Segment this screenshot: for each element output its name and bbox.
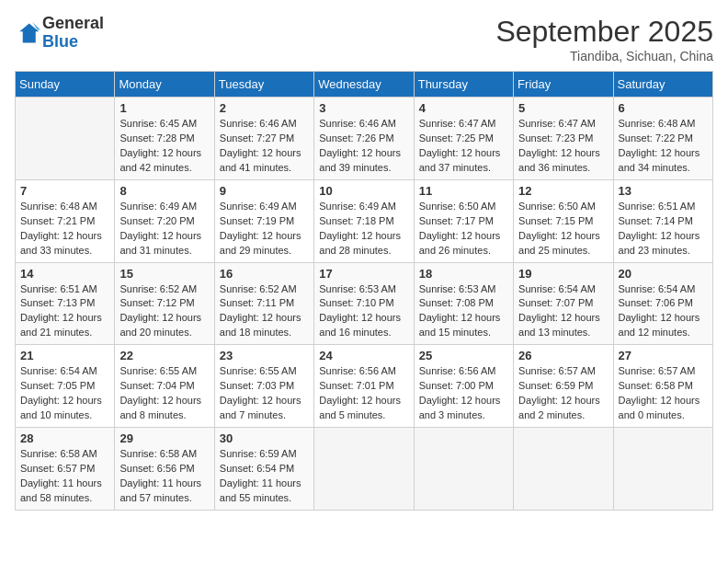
day-number: 24 <box>319 349 408 362</box>
title-block: September 2025 Tiandiba, Sichuan, China <box>495 15 713 63</box>
day-info: Sunrise: 6:52 AMSunset: 7:11 PMDaylight:… <box>220 282 309 341</box>
calendar-cell: 16Sunrise: 6:52 AMSunset: 7:11 PMDayligh… <box>214 262 313 345</box>
day-info: Sunrise: 6:45 AMSunset: 7:28 PMDaylight:… <box>119 117 209 176</box>
calendar-body: 1Sunrise: 6:45 AMSunset: 7:28 PMDaylight… <box>16 98 713 511</box>
calendar-cell: 4Sunrise: 6:47 AMSunset: 7:25 PMDaylight… <box>414 98 513 180</box>
day-info: Sunrise: 6:48 AMSunset: 7:22 PMDaylight:… <box>619 117 708 176</box>
calendar-cell: 9Sunrise: 6:49 AMSunset: 7:19 PMDaylight… <box>214 179 313 262</box>
calendar-cell: 15Sunrise: 6:52 AMSunset: 7:12 PMDayligh… <box>115 262 214 345</box>
week-row-1: 7Sunrise: 6:48 AMSunset: 7:21 PMDaylight… <box>16 179 713 262</box>
day-number: 7 <box>20 184 109 198</box>
weekday-header-saturday: Saturday <box>613 72 712 98</box>
calendar-cell: 1Sunrise: 6:45 AMSunset: 7:28 PMDaylight… <box>115 98 214 180</box>
day-info: Sunrise: 6:49 AMSunset: 7:19 PMDaylight:… <box>220 200 309 259</box>
day-info: Sunrise: 6:57 AMSunset: 6:58 PMDaylight:… <box>619 364 708 423</box>
calendar-cell: 10Sunrise: 6:49 AMSunset: 7:18 PMDayligh… <box>314 179 414 262</box>
calendar-cell: 17Sunrise: 6:53 AMSunset: 7:10 PMDayligh… <box>314 262 414 345</box>
calendar-cell: 19Sunrise: 6:54 AMSunset: 7:07 PMDayligh… <box>514 262 613 345</box>
day-number: 6 <box>619 101 708 115</box>
calendar-cell <box>514 428 613 511</box>
day-info: Sunrise: 6:46 AMSunset: 7:26 PMDaylight:… <box>319 117 408 176</box>
weekday-header-sunday: Sunday <box>16 72 115 98</box>
day-info: Sunrise: 6:56 AMSunset: 7:01 PMDaylight:… <box>319 364 408 423</box>
weekday-header-wednesday: Wednesday <box>314 72 414 98</box>
calendar-cell: 7Sunrise: 6:48 AMSunset: 7:21 PMDaylight… <box>16 179 115 262</box>
day-info: Sunrise: 6:53 AMSunset: 7:08 PMDaylight:… <box>419 282 508 341</box>
day-info: Sunrise: 6:58 AMSunset: 6:57 PMDaylight:… <box>20 447 109 506</box>
calendar-cell: 18Sunrise: 6:53 AMSunset: 7:08 PMDayligh… <box>414 262 513 345</box>
day-info: Sunrise: 6:47 AMSunset: 7:25 PMDaylight:… <box>419 117 508 176</box>
weekday-header-row: SundayMondayTuesdayWednesdayThursdayFrid… <box>16 72 713 98</box>
week-row-2: 14Sunrise: 6:51 AMSunset: 7:13 PMDayligh… <box>16 262 713 345</box>
day-info: Sunrise: 6:46 AMSunset: 7:27 PMDaylight:… <box>220 117 309 176</box>
day-number: 15 <box>119 267 209 281</box>
day-number: 27 <box>619 349 708 362</box>
day-number: 4 <box>419 101 508 115</box>
day-info: Sunrise: 6:48 AMSunset: 7:21 PMDaylight:… <box>20 200 109 259</box>
calendar-cell: 6Sunrise: 6:48 AMSunset: 7:22 PMDaylight… <box>613 98 712 180</box>
day-info: Sunrise: 6:50 AMSunset: 7:17 PMDaylight:… <box>419 200 508 259</box>
day-info: Sunrise: 6:49 AMSunset: 7:20 PMDaylight:… <box>119 200 209 259</box>
day-info: Sunrise: 6:54 AMSunset: 7:07 PMDaylight:… <box>518 282 608 341</box>
day-number: 20 <box>619 267 708 281</box>
calendar-cell: 22Sunrise: 6:55 AMSunset: 7:04 PMDayligh… <box>115 345 214 428</box>
calendar-cell: 2Sunrise: 6:46 AMSunset: 7:27 PMDaylight… <box>214 98 313 180</box>
location: Tiandiba, Sichuan, China <box>495 49 713 63</box>
day-info: Sunrise: 6:53 AMSunset: 7:10 PMDaylight:… <box>319 282 408 341</box>
weekday-header-thursday: Thursday <box>414 72 513 98</box>
calendar-cell <box>414 428 513 511</box>
day-info: Sunrise: 6:58 AMSunset: 6:56 PMDaylight:… <box>119 447 209 506</box>
calendar-cell: 28Sunrise: 6:58 AMSunset: 6:57 PMDayligh… <box>16 428 115 511</box>
weekday-header-tuesday: Tuesday <box>214 72 313 98</box>
day-number: 28 <box>20 431 109 445</box>
day-info: Sunrise: 6:59 AMSunset: 6:54 PMDaylight:… <box>220 447 309 506</box>
page-header: General Blue September 2025 Tiandiba, Si… <box>15 15 713 63</box>
day-number: 30 <box>220 431 309 445</box>
day-info: Sunrise: 6:54 AMSunset: 7:06 PMDaylight:… <box>619 282 708 341</box>
calendar-cell: 14Sunrise: 6:51 AMSunset: 7:13 PMDayligh… <box>16 262 115 345</box>
calendar-cell: 20Sunrise: 6:54 AMSunset: 7:06 PMDayligh… <box>613 262 712 345</box>
day-number: 23 <box>220 349 309 362</box>
day-info: Sunrise: 6:55 AMSunset: 7:03 PMDaylight:… <box>220 364 309 423</box>
week-row-3: 21Sunrise: 6:54 AMSunset: 7:05 PMDayligh… <box>16 345 713 428</box>
calendar-cell: 29Sunrise: 6:58 AMSunset: 6:56 PMDayligh… <box>115 428 214 511</box>
day-number: 5 <box>518 101 608 115</box>
weekday-header-friday: Friday <box>514 72 613 98</box>
day-info: Sunrise: 6:49 AMSunset: 7:18 PMDaylight:… <box>319 200 408 259</box>
day-number: 25 <box>419 349 508 362</box>
day-info: Sunrise: 6:55 AMSunset: 7:04 PMDaylight:… <box>119 364 209 423</box>
week-row-0: 1Sunrise: 6:45 AMSunset: 7:28 PMDaylight… <box>16 98 713 180</box>
day-info: Sunrise: 6:51 AMSunset: 7:13 PMDaylight:… <box>20 282 109 341</box>
calendar-cell: 27Sunrise: 6:57 AMSunset: 6:58 PMDayligh… <box>613 345 712 428</box>
day-number: 9 <box>220 184 309 198</box>
logo-icon <box>15 20 40 46</box>
day-number: 14 <box>20 267 109 281</box>
day-info: Sunrise: 6:51 AMSunset: 7:14 PMDaylight:… <box>619 200 708 259</box>
calendar-cell: 21Sunrise: 6:54 AMSunset: 7:05 PMDayligh… <box>16 345 115 428</box>
day-number: 1 <box>119 101 209 115</box>
calendar-cell: 8Sunrise: 6:49 AMSunset: 7:20 PMDaylight… <box>115 179 214 262</box>
day-number: 10 <box>319 184 408 198</box>
day-number: 17 <box>319 267 408 281</box>
day-number: 22 <box>119 349 209 362</box>
day-number: 3 <box>319 101 408 115</box>
month-title: September 2025 <box>495 15 713 49</box>
day-info: Sunrise: 6:52 AMSunset: 7:12 PMDaylight:… <box>119 282 209 341</box>
day-number: 26 <box>518 349 608 362</box>
calendar-cell: 11Sunrise: 6:50 AMSunset: 7:17 PMDayligh… <box>414 179 513 262</box>
logo-text: General Blue <box>42 15 104 52</box>
day-number: 11 <box>419 184 508 198</box>
calendar-cell: 26Sunrise: 6:57 AMSunset: 6:59 PMDayligh… <box>514 345 613 428</box>
weekday-header-monday: Monday <box>115 72 214 98</box>
calendar-cell <box>613 428 712 511</box>
day-number: 19 <box>518 267 608 281</box>
calendar-cell: 24Sunrise: 6:56 AMSunset: 7:01 PMDayligh… <box>314 345 414 428</box>
day-number: 13 <box>619 184 708 198</box>
calendar-cell: 5Sunrise: 6:47 AMSunset: 7:23 PMDaylight… <box>514 98 613 180</box>
calendar-cell: 30Sunrise: 6:59 AMSunset: 6:54 PMDayligh… <box>214 428 313 511</box>
calendar-cell: 13Sunrise: 6:51 AMSunset: 7:14 PMDayligh… <box>613 179 712 262</box>
day-info: Sunrise: 6:54 AMSunset: 7:05 PMDaylight:… <box>20 364 109 423</box>
day-number: 8 <box>119 184 209 198</box>
week-row-4: 28Sunrise: 6:58 AMSunset: 6:57 PMDayligh… <box>16 428 713 511</box>
calendar-cell: 3Sunrise: 6:46 AMSunset: 7:26 PMDaylight… <box>314 98 414 180</box>
